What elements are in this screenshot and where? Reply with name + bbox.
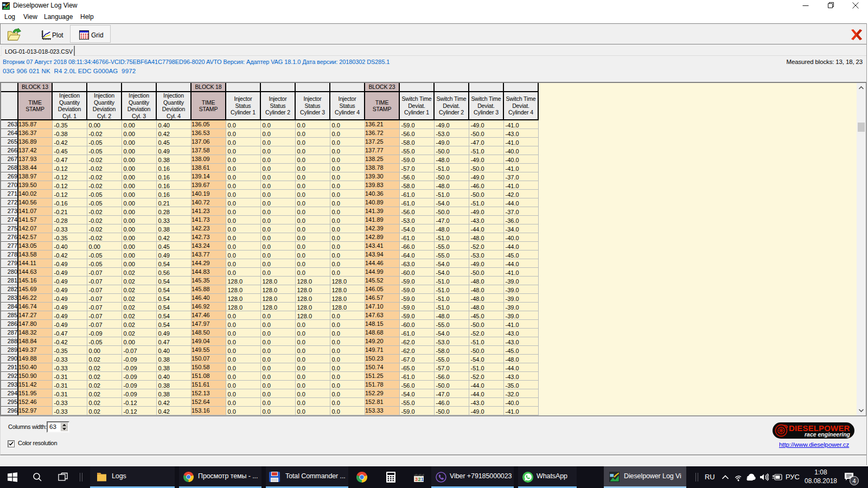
svg-text:2: 2 [418,477,421,482]
svg-text:3: 3 [415,477,418,482]
svg-text:race engineering: race engineering [805,431,851,438]
svg-text:1: 1 [421,477,424,482]
